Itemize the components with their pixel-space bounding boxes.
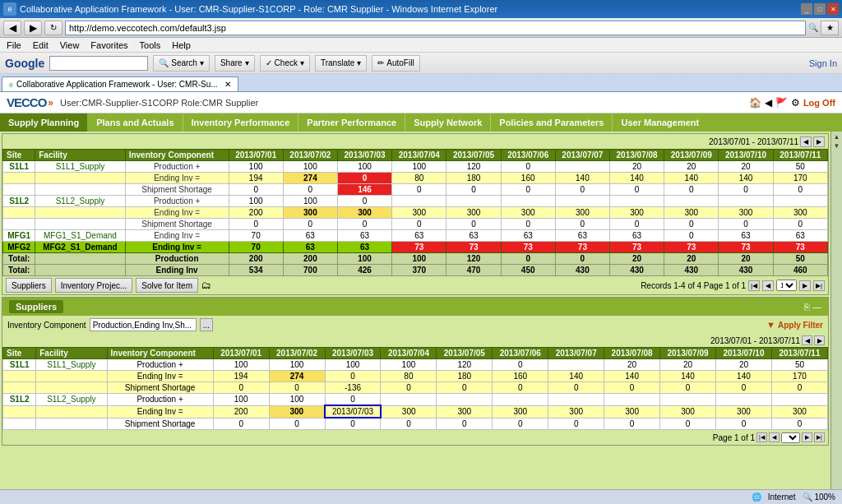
autofill-button[interactable]: ✏ AutoFill	[372, 55, 419, 72]
menu-file[interactable]: File	[3, 39, 25, 51]
solve-for-item-button[interactable]: Solve for Item	[136, 278, 198, 293]
tab-label: Collaborative Application Framework - Us…	[16, 80, 218, 89]
sp-next-button[interactable]: ▶	[802, 432, 812, 442]
cell-val	[392, 196, 446, 207]
sidebar-arrow-up[interactable]: ▲	[834, 133, 840, 141]
col-d1: 2013/07/01	[229, 150, 283, 161]
back-button[interactable]: ◀	[3, 21, 21, 35]
log-off-link[interactable]: Log Off	[803, 98, 835, 108]
cell-val: 430	[610, 265, 664, 276]
nav-tab-supply-planning[interactable]: Supply Planning	[0, 113, 88, 132]
sidebar-arrow-down[interactable]: ▼	[834, 142, 840, 150]
col-site: Site	[3, 150, 35, 161]
sp-prev-button[interactable]: ◀	[769, 432, 780, 442]
sp-first-button[interactable]: |◀	[756, 432, 767, 442]
tab-close-icon[interactable]: ✕	[224, 80, 231, 89]
sdate-nav-prev[interactable]: ◀	[802, 335, 812, 345]
cell-total-type: Production	[125, 253, 229, 265]
cell-facility: MFG2_S1_Demand	[35, 242, 125, 253]
cell-val: 0	[610, 184, 664, 196]
cell-val: 0	[719, 184, 773, 196]
cell-val: 0	[446, 219, 501, 230]
page-first-button[interactable]: |◀	[748, 280, 760, 291]
main-content: 2013/07/01 - 2013/07/11 ◀ ▶ Site Facilit…	[0, 132, 842, 489]
browser-tabs: e Collaborative Application Framework - …	[0, 74, 842, 92]
page-prev-button[interactable]: ◀	[762, 280, 774, 291]
google-search-input[interactable]	[49, 56, 148, 71]
nav-tab-supply-network[interactable]: Supply Network	[405, 113, 491, 132]
menu-edit[interactable]: Edit	[30, 39, 52, 51]
table-row: Shipment Shortage 0 0 0 0 0 0 0 0 0 0 0	[3, 418, 828, 430]
table-row: S1L1 S1L1_Supply Production + 100 100 10…	[3, 359, 828, 371]
menu-help[interactable]: Help	[169, 39, 194, 51]
apply-filter-button[interactable]: Apply Filter	[778, 321, 823, 330]
suppliers-button[interactable]: Suppliers	[6, 278, 52, 293]
close-button[interactable]: ✕	[827, 3, 839, 15]
grid-icon[interactable]: 🗂	[201, 280, 211, 291]
cell-site	[3, 184, 35, 196]
translate-button[interactable]: Translate ▾	[315, 55, 367, 72]
copy-icon[interactable]: ⎘	[804, 302, 810, 312]
cell-val: 0	[610, 219, 664, 230]
maximize-button[interactable]: □	[814, 3, 826, 15]
menu-view[interactable]: View	[57, 39, 83, 51]
flag-icon[interactable]: 🚩	[775, 97, 788, 109]
minimize-button[interactable]: _	[801, 3, 812, 15]
cell-val-red: 73	[664, 242, 719, 253]
back-nav-icon[interactable]: ◀	[765, 97, 772, 109]
filter-dots-button[interactable]: ...	[200, 318, 213, 331]
nav-tab-user-mgmt[interactable]: User Management	[613, 113, 707, 132]
nav-tab-partner[interactable]: Partner Performance	[298, 113, 405, 132]
menu-tools[interactable]: Tools	[136, 39, 164, 51]
cell-val: 300	[446, 207, 501, 219]
cell-component: Production +	[125, 196, 229, 207]
check-button[interactable]: ✓ Check ▾	[260, 55, 310, 72]
collapse-icon[interactable]: —	[812, 302, 821, 312]
settings-icon[interactable]: ⚙	[791, 97, 800, 109]
date-nav-next[interactable]: ▶	[813, 136, 825, 147]
cell-val: 63	[337, 230, 391, 242]
cell-val: 0	[446, 184, 501, 196]
cell-val: 0	[337, 219, 391, 230]
sdate-nav-next[interactable]: ▶	[814, 335, 825, 345]
nav-tab-plans[interactable]: Plans and Actuals	[88, 113, 183, 132]
favorites-icon[interactable]: ★	[821, 21, 839, 35]
page-next-button[interactable]: ▶	[799, 280, 811, 291]
date-nav-prev[interactable]: ◀	[800, 136, 812, 147]
table-row: S1L2 S1L2_Supply Production + 100 100 0	[3, 196, 828, 207]
cell-val: 50	[773, 161, 827, 173]
sp-last-button[interactable]: ▶|	[814, 432, 825, 442]
nav-tab-policies[interactable]: Policies and Parameters	[491, 113, 613, 132]
col-d5: 2013/07/05	[446, 150, 501, 161]
share-button[interactable]: Share ▾	[215, 55, 255, 72]
status-right: 🌐 Internet 🔍 100%	[752, 492, 835, 502]
nav-tab-inventory-perf[interactable]: Inventory Performance	[183, 113, 299, 132]
filter-funnel-icon: ▼	[766, 320, 775, 330]
menu-favorites[interactable]: Favorites	[87, 39, 131, 51]
cell-val: 450	[501, 265, 555, 276]
page-last-button[interactable]: ▶|	[813, 280, 825, 291]
filter-input[interactable]	[90, 318, 197, 331]
sp-page-select[interactable]: 1	[781, 432, 800, 443]
scol-facility: Facility	[36, 348, 107, 359]
inventory-projec-button[interactable]: Inventory Projec...	[55, 278, 133, 293]
vecco-arrows-icon: »	[48, 97, 53, 109]
cell-val: 100	[229, 161, 283, 173]
cell-val: 430	[719, 265, 773, 276]
table-row: MFG1 MFG1_S1_Demand Ending Inv = 70 63 6…	[3, 230, 828, 242]
address-input[interactable]	[65, 21, 806, 35]
cell-val-red: 73	[773, 242, 827, 253]
cell-component: Ending Inv =	[125, 173, 229, 184]
refresh-button[interactable]: ↻	[44, 21, 62, 35]
browser-tab-active[interactable]: e Collaborative Application Framework - …	[2, 76, 238, 91]
col-facility: Facility	[35, 150, 125, 161]
cell-val: 50	[773, 253, 827, 265]
home-icon[interactable]: 🏠	[749, 97, 761, 109]
cell-val: 0	[229, 184, 283, 196]
page-select[interactable]: 1	[776, 280, 797, 291]
col-d3: 2013/07/03	[337, 150, 391, 161]
forward-button[interactable]: ▶	[24, 21, 42, 35]
sign-in-link[interactable]: Sign In	[809, 58, 837, 68]
search-button[interactable]: 🔍 Search ▾	[153, 55, 210, 72]
suppliers-grid-table: Site Facility Inventory Component 2013/0…	[2, 347, 828, 430]
